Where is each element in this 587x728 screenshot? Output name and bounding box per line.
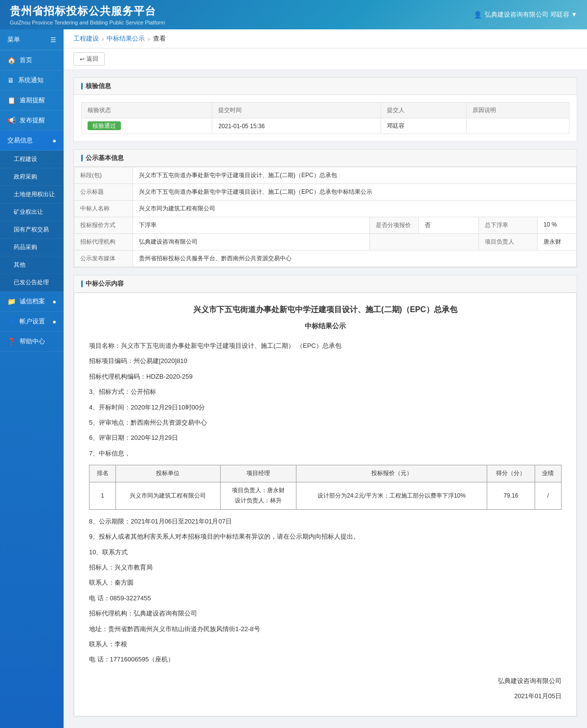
announce-agency-code: 招标代理机构编码：HDZB-2020-259 xyxy=(89,371,562,382)
info-label-manager xyxy=(369,234,478,250)
sidebar-section-transaction: 交易信息 ● 工程建设 政府采购 土地使用权出让 矿业权出让 国有产权交易 药品… xyxy=(0,131,64,292)
sidebar-item-help[interactable]: ❓ 帮助中心 xyxy=(0,332,64,352)
announce-phone2: 电 话：17716006595（座机） xyxy=(89,654,562,665)
sidebar-transaction-header[interactable]: 交易信息 ● xyxy=(0,131,64,151)
user-info[interactable]: 弘典建设咨询有限公司 邓廷容 ▼ xyxy=(485,10,577,19)
announce-tenderer: 招标人：兴义市教育局 xyxy=(89,562,562,573)
bid-col-bidder: 投标单位 xyxy=(116,465,220,482)
user-icon: 👤 xyxy=(474,11,482,19)
info-label-title: 公示标题 xyxy=(74,184,133,201)
sidebar-sub-land[interactable]: 土地使用权出让 xyxy=(0,186,64,204)
announce-contact2: 联系人：李根 xyxy=(89,638,562,650)
sidebar-item-home-label: 首页 xyxy=(20,56,32,65)
breadcrumb-engineering[interactable]: 工程建设 xyxy=(73,34,99,43)
integrity-expand-icon: ● xyxy=(52,298,56,305)
bid-table: 排名 投标单位 项目经理 投标报价（元） 得分（分） 业绩 1 xyxy=(89,465,562,510)
info-value-float-rate: 10 % xyxy=(538,217,577,234)
back-btn-area: ↩ 返回 xyxy=(64,48,587,70)
verify-time-cell: 2021-01-05 15:36 xyxy=(212,118,381,134)
sidebar-item-home[interactable]: 🏠 首页 xyxy=(0,50,64,70)
sidebar-sub-published[interactable]: 已发公告处理 xyxy=(0,274,64,292)
bid-table-row: 1 兴义市同为建筑工程有限公司 项目负责人：唐永财设计负责人：林升 设计部分为2… xyxy=(90,482,562,509)
verify-reason-cell xyxy=(467,118,569,134)
verify-section-header: 核验信息 xyxy=(74,78,577,95)
sidebar-sub-gov-purchase[interactable]: 政府采购 xyxy=(0,168,64,186)
info-value-package: 兴义市下五屯街道办事处新屯中学迁建项目设计、施工(二期)（EPC）总承包 xyxy=(133,167,577,184)
header-right: 👤 弘典建设咨询有限公司 邓廷容 ▼ xyxy=(474,10,577,19)
breadcrumb-bid-result[interactable]: 中标结果公示 xyxy=(107,34,145,43)
integrity-icon: 📁 xyxy=(7,297,16,305)
verify-person-cell: 邓廷容 xyxy=(381,118,466,134)
announcement-title: 中标公示内容 xyxy=(86,279,124,288)
announce-phone1: 电 话：0859-3227455 xyxy=(89,592,562,604)
platform-subtitle: GuiZhou Province Tendering and Bidding P… xyxy=(10,20,165,25)
info-value-media: 贵州省招标投标公共服务平台、黔西南州公共资源交易中心 xyxy=(133,250,577,267)
verify-col-status: 核验状态 xyxy=(82,103,212,118)
sidebar-sub-other[interactable]: 其他 xyxy=(0,256,64,274)
sidebar-toggle-icon[interactable]: ☰ xyxy=(50,36,56,44)
sidebar-item-notify[interactable]: 🖥 系统通知 xyxy=(0,70,64,91)
sidebar-item-publish[interactable]: 📢 发布提醒 xyxy=(0,111,64,131)
sidebar-help-label: 帮助中心 xyxy=(20,337,45,346)
sidebar-sub-medicine[interactable]: 药品采购 xyxy=(0,239,64,256)
info-row-bid-method: 投标报价方式 下浮率 是否分项报价 否 总下浮率 10 % xyxy=(74,217,577,234)
announce-contact-header: 10、联系方式 xyxy=(89,546,562,558)
breadcrumb-view: 查看 xyxy=(153,34,166,43)
notify-icon: 🖥 xyxy=(7,76,14,84)
sidebar-item-overdue-label: 逾期提醒 xyxy=(20,96,45,105)
sidebar-item-publish-label: 发布提醒 xyxy=(20,116,45,125)
sidebar-sub-engineering[interactable]: 工程建设 xyxy=(0,151,64,168)
info-label-winner: 中标人名称 xyxy=(74,201,133,217)
announcement-section: 中标公示内容 兴义市下五屯街道办事处新屯中学迁建项目设计、施工(二期)（EPC）… xyxy=(73,275,577,717)
info-label-package: 标段(包) xyxy=(74,167,133,184)
verify-col-time: 提交时间 xyxy=(212,103,381,118)
sidebar-integrity-label: 诚信档案 xyxy=(20,297,45,306)
bid-col-performance: 业绩 xyxy=(535,465,561,482)
info-value-bid-method: 下浮率 xyxy=(133,217,370,234)
info-label-float-rate: 总下浮率 xyxy=(479,217,538,234)
bid-bidder: 兴义市同为建筑工程有限公司 xyxy=(116,482,220,509)
info-row-winner: 中标人名称 兴义市同为建筑工程有限公司 xyxy=(74,201,577,217)
verify-col-reason: 原因说明 xyxy=(467,103,569,118)
announcement-main-title: 兴义市下五屯街道办事处新屯中学迁建项目设计、施工(二期)（EPC）总承包 xyxy=(89,303,562,317)
breadcrumb: 工程建设 › 中标结果公示 › 查看 xyxy=(64,29,587,48)
sidebar-item-overdue[interactable]: 📋 逾期提醒 xyxy=(0,91,64,111)
info-label-bid-method: 投标报价方式 xyxy=(74,217,133,234)
sidebar-item-account[interactable]: 👤 帐户设置 ● xyxy=(0,312,64,332)
bid-manager: 项目负责人：唐永财设计负责人：林升 xyxy=(220,482,296,509)
announce-footer: 弘典建设咨询有限公司 2021年01月05日 xyxy=(89,675,562,702)
verify-table: 核验状态 提交时间 提交人 原因说明 核验通过 2021 xyxy=(81,102,569,134)
bid-rank: 1 xyxy=(90,482,116,509)
announce-review-place: 5、评审地点：黔西南州公共资源交易中心 xyxy=(89,417,562,428)
announcement-header: 中标公示内容 xyxy=(74,275,577,293)
announcement-body: 兴义市下五屯街道办事处新屯中学迁建项目设计、施工(二期)（EPC）总承包 中标结… xyxy=(74,293,577,716)
sidebar-item-integrity[interactable]: 📁 诚信档案 ● xyxy=(0,292,64,312)
sidebar-transaction-subitems: 工程建设 政府采购 土地使用权出让 矿业权出让 国有产权交易 药品采购 其他 已… xyxy=(0,151,64,292)
sidebar-menu-label: 菜单 xyxy=(7,35,20,44)
basic-info-header: 公示基本信息 xyxy=(74,150,577,167)
sidebar-transaction-label: 交易信息 xyxy=(7,136,33,145)
sidebar-menu-toggle[interactable]: 菜单 ☰ xyxy=(0,29,64,50)
info-value-project-manager: 唐永财 xyxy=(538,234,577,250)
announce-objection: 9、投标人或者其他利害关系人对本招标项目的中标结果有异议的，请在公示期内向招标人… xyxy=(89,531,562,542)
verify-section: 核验信息 核验状态 提交时间 提交人 原因说明 xyxy=(73,77,577,142)
bid-performance: / xyxy=(535,482,561,509)
basic-info-section: 公示基本信息 标段(包) 兴义市下五屯街道办事处新屯中学迁建项目设计、施工(二期… xyxy=(73,149,577,268)
bid-col-price: 投标报价（元） xyxy=(296,465,487,482)
basic-info-body: 标段(包) 兴义市下五屯街道办事处新屯中学迁建项目设计、施工(二期)（EPC）总… xyxy=(74,167,577,267)
announce-pn-suffix: （EPC）总承包 xyxy=(296,342,341,349)
info-value-title: 兴义市下五屯街道办事处新屯中学迁建项目设计、施工(二期)（EPC）总承包中标结果… xyxy=(133,184,577,201)
back-button[interactable]: ↩ 返回 xyxy=(73,52,105,66)
announce-code: 招标项目编码：州公易建[2020]810 xyxy=(89,355,562,366)
announce-bid-info-label: 7、中标信息， xyxy=(89,448,562,459)
back-arrow-icon: ↩ xyxy=(80,56,85,63)
sidebar-sub-state-assets[interactable]: 国有产权交易 xyxy=(0,221,64,239)
basic-info-title: 公示基本信息 xyxy=(86,154,124,162)
info-table: 标段(包) 兴义市下五屯街道办事处新屯中学迁建项目设计、施工(二期)（EPC）总… xyxy=(74,167,577,267)
info-row-media: 公示发布媒体 贵州省招标投标公共服务平台、黔西南州公共资源交易中心 xyxy=(74,250,577,267)
sidebar: 菜单 ☰ 🏠 首页 🖥 系统通知 📋 逾期提醒 📢 发布提醒 交易信息 ● 工程 xyxy=(0,29,64,728)
main-content: 工程建设 › 中标结果公示 › 查看 ↩ 返回 核验信息 xyxy=(64,29,587,728)
announce-period: 8、公示期限：2021年01月06日至2021年01月07日 xyxy=(89,516,562,527)
sidebar-sub-mineral[interactable]: 矿业权出让 xyxy=(0,204,64,221)
announce-review-date: 6、评审日期：2020年12月29日 xyxy=(89,432,562,443)
